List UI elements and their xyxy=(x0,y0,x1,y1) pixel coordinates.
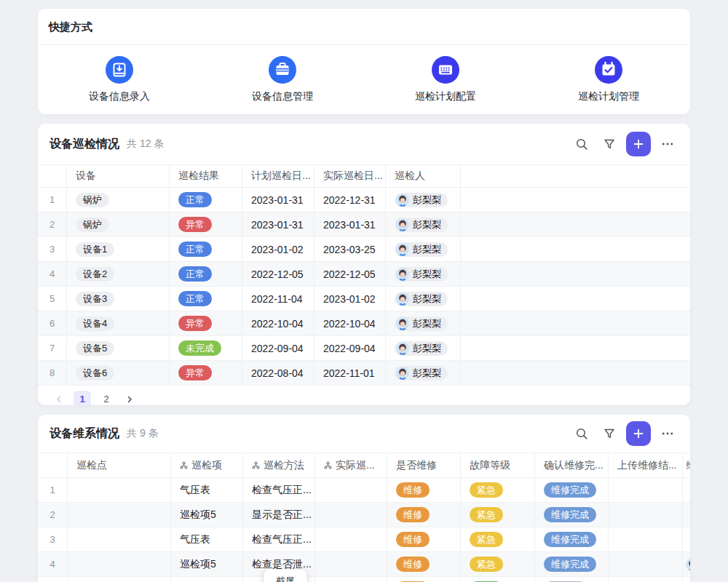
actual-cell[interactable] xyxy=(315,552,387,576)
page-button-2[interactable]: 2 xyxy=(98,391,115,406)
date-cell[interactable]: 2022-12-05 xyxy=(314,262,386,286)
upload-cell[interactable] xyxy=(609,527,683,551)
inspector-cell[interactable]: 彭梨梨 xyxy=(386,361,461,385)
method-cell[interactable]: 检查气压正... xyxy=(243,527,315,551)
device-cell[interactable]: 锅炉 xyxy=(67,212,170,236)
column-header-inspector[interactable]: 巡检人 xyxy=(386,165,461,187)
item-cell[interactable]: 气压表 xyxy=(171,478,243,502)
last-cell[interactable] xyxy=(683,503,690,527)
item-cell[interactable]: 气压表 xyxy=(171,527,243,551)
date-cell[interactable]: 2022-08-04 xyxy=(242,361,314,385)
last-cell[interactable] xyxy=(683,527,690,551)
inspector-cell[interactable]: 彭梨梨 xyxy=(386,262,461,286)
more-actions-button[interactable] xyxy=(657,423,678,445)
search-button[interactable] xyxy=(571,133,593,155)
upload-cell[interactable] xyxy=(609,503,683,527)
inspector-cell[interactable]: 彭梨梨 xyxy=(386,336,461,360)
table-row[interactable]: 5巡检项5显示是否正...维修重要维修中 xyxy=(38,577,690,582)
upload-cell[interactable] xyxy=(609,552,683,576)
point-cell[interactable] xyxy=(68,552,171,576)
actual-cell[interactable] xyxy=(315,503,387,527)
date-cell[interactable]: 2022-11-04 xyxy=(242,287,314,311)
item-cell[interactable]: 巡检项5 xyxy=(171,577,243,582)
table-row[interactable]: 1气压表检查气压正...维修紧急维修完成 xyxy=(38,478,690,503)
filter-button[interactable] xyxy=(598,423,620,445)
confirm-cell[interactable]: 维修完成 xyxy=(535,478,609,502)
last-cell[interactable] xyxy=(683,577,690,582)
inspector-cell[interactable]: 彭梨梨 xyxy=(386,287,461,311)
device-cell[interactable]: 锅炉 xyxy=(67,188,170,212)
result-cell[interactable]: 异常 xyxy=(170,311,242,335)
upload-cell[interactable] xyxy=(609,478,683,502)
date-cell[interactable]: 2022-10-04 xyxy=(314,311,386,335)
actual-cell[interactable] xyxy=(315,478,387,502)
repair-cell[interactable]: 维修 xyxy=(387,527,461,551)
column-header-upload[interactable]: 上传维修结... xyxy=(609,453,683,477)
repair-cell[interactable]: 维修 xyxy=(387,478,461,502)
date-cell[interactable]: 2023-03-25 xyxy=(314,237,386,261)
level-cell[interactable]: 重要 xyxy=(461,577,535,582)
device-cell[interactable]: 设备6 xyxy=(67,361,170,385)
level-cell[interactable]: 紧急 xyxy=(461,503,535,527)
date-cell[interactable]: 2022-09-04 xyxy=(242,336,314,360)
column-header-planned[interactable]: 计划巡检日... xyxy=(242,165,314,187)
last-cell[interactable] xyxy=(683,552,690,576)
column-header-last[interactable]: 维 xyxy=(683,453,690,477)
device-cell[interactable]: 设备2 xyxy=(67,262,170,286)
device-cell[interactable]: 设备4 xyxy=(67,311,170,335)
date-cell[interactable]: 2022-12-31 xyxy=(314,188,386,212)
table-row[interactable]: 7设备5未完成2022-09-042022-09-04彭梨梨 xyxy=(38,336,690,361)
date-cell[interactable]: 2023-01-02 xyxy=(242,237,314,261)
table-row[interactable]: 8设备6异常2022-08-042022-11-01彭梨梨 xyxy=(38,361,690,386)
search-button[interactable] xyxy=(571,423,593,445)
date-cell[interactable]: 2022-11-01 xyxy=(314,361,386,385)
inspector-cell[interactable]: 彭梨梨 xyxy=(386,237,461,261)
method-cell[interactable]: 检查气压正... xyxy=(243,478,315,502)
column-header-item[interactable]: 巡检项 xyxy=(171,453,243,477)
repair-cell[interactable]: 维修 xyxy=(387,503,461,527)
item-cell[interactable]: 巡检项5 xyxy=(171,552,243,576)
result-cell[interactable]: 未完成 xyxy=(170,336,242,360)
column-header-point[interactable]: 巡检点 xyxy=(68,453,171,477)
column-header-repair[interactable]: 是否维修 xyxy=(387,453,461,477)
date-cell[interactable]: 2023-01-31 xyxy=(242,188,314,212)
result-cell[interactable]: 正常 xyxy=(170,188,242,212)
inspector-cell[interactable]: 彭梨梨 xyxy=(386,212,461,236)
previous-page-button[interactable] xyxy=(51,391,67,406)
result-cell[interactable]: 正常 xyxy=(170,287,242,311)
inspector-cell[interactable]: 彭梨梨 xyxy=(386,311,461,335)
shortcut-item-2[interactable]: 设备信息管理 xyxy=(201,56,364,103)
result-cell[interactable]: 正常 xyxy=(170,237,242,261)
actual-cell[interactable] xyxy=(315,577,387,582)
date-cell[interactable]: 2023-01-31 xyxy=(314,212,386,236)
next-page-button[interactable] xyxy=(122,391,138,406)
date-cell[interactable]: 2022-10-04 xyxy=(242,311,314,335)
upload-cell[interactable] xyxy=(609,577,683,582)
result-cell[interactable]: 异常 xyxy=(170,212,242,236)
level-cell[interactable]: 紧急 xyxy=(461,478,535,502)
actual-cell[interactable] xyxy=(315,527,387,551)
confirm-cell[interactable]: 维修完成 xyxy=(535,552,609,576)
confirm-cell[interactable]: 维修完成 xyxy=(535,503,609,527)
repair-cell[interactable]: 维修 xyxy=(387,552,461,576)
column-header-result[interactable]: 巡检结果 xyxy=(170,165,242,187)
table-row[interactable]: 3气压表检查气压正...维修紧急维修完成 xyxy=(38,527,690,552)
point-cell[interactable] xyxy=(68,503,171,527)
table-row[interactable]: 4巡检项5检查是否泄...维修紧急维修完成 xyxy=(38,552,690,577)
add-record-button[interactable] xyxy=(626,132,651,156)
shortcut-item-3[interactable]: 巡检计划配置 xyxy=(364,56,527,103)
device-cell[interactable]: 设备5 xyxy=(67,336,170,360)
table-row[interactable]: 2巡检项5显示是否正...维修紧急维修完成 xyxy=(38,503,690,527)
more-actions-button[interactable] xyxy=(657,133,678,155)
date-cell[interactable]: 2023-01-31 xyxy=(242,212,314,236)
level-cell[interactable]: 紧急 xyxy=(461,527,535,551)
last-cell[interactable] xyxy=(683,478,690,502)
result-cell[interactable]: 异常 xyxy=(170,361,242,385)
column-header-actual[interactable]: 实际巡检日... xyxy=(314,165,386,187)
add-record-button[interactable] xyxy=(626,421,651,446)
table-row[interactable]: 6设备4异常2022-10-042022-10-04彭梨梨 xyxy=(38,311,690,336)
device-cell[interactable]: 设备1 xyxy=(67,237,170,261)
column-header-confirm[interactable]: 确认维修完... xyxy=(535,453,609,477)
method-cell[interactable]: 显示是否正... xyxy=(243,503,315,527)
table-row[interactable]: 5设备3正常2022-11-042023-01-02彭梨梨 xyxy=(38,287,690,311)
